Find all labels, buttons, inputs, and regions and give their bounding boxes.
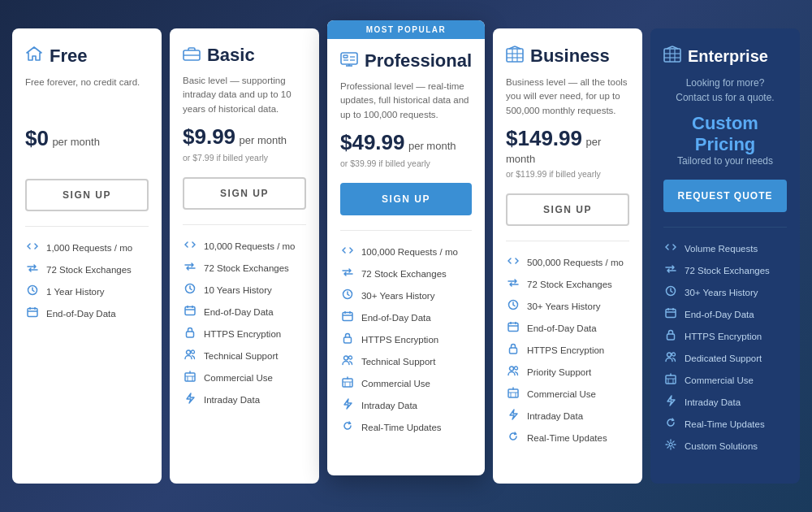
feature-text-4: HTTPS Encryption [685, 332, 762, 341]
signup-btn-free[interactable]: SIGN UP [25, 179, 149, 211]
plan-icon-free [25, 45, 43, 67]
price-billed-basic: or $7.99 if billed yearly [183, 153, 306, 166]
feature-text-7: Intraday Data [204, 395, 260, 405]
feature-item: Real-Time Updates [506, 427, 629, 449]
feature-text-3: End-of-Day Data [527, 323, 597, 333]
feature-item: Technical Support [183, 345, 306, 367]
feature-item: 30+ Years History [506, 295, 629, 317]
feature-item: 30+ Years History [663, 281, 787, 303]
feature-text-2: 1 Year History [46, 287, 105, 297]
svg-rect-31 [343, 379, 352, 387]
svg-point-29 [343, 356, 348, 360]
divider-enterprise [663, 227, 787, 228]
plan-desc-professional: Professional level — real-time updates, … [340, 80, 472, 122]
feature-icon-3 [663, 307, 678, 321]
feature-text-3: End-of-Day Data [204, 307, 274, 317]
price-per-professional: per month [408, 140, 456, 152]
feature-icon-3 [25, 306, 40, 320]
signup-btn-basic[interactable]: SIGN UP [183, 177, 306, 210]
feature-text-8: Real-Time Updates [527, 433, 607, 443]
feature-text-0: 100,000 Requests / mo [361, 247, 458, 257]
feature-text-0: 500,000 Requests / mo [527, 258, 624, 267]
price-main-basic: $9.99 [183, 124, 235, 149]
price-billed-free [25, 154, 149, 167]
feature-item: Intraday Data [183, 388, 306, 410]
feature-icon-0 [25, 241, 40, 254]
feature-icon-2 [183, 283, 197, 297]
svg-rect-56 [666, 310, 676, 318]
feature-item: End-of-Day Data [663, 303, 787, 325]
svg-rect-12 [186, 332, 193, 337]
plan-icon-enterprise [663, 45, 681, 67]
feature-list-free: 1,000 Requests / mo 72 Stock Exchanges 1… [25, 236, 149, 324]
feature-list-enterprise: Volume Requests 72 Stock Exchanges 30+ Y… [663, 237, 787, 457]
svg-rect-44 [510, 348, 517, 354]
feature-item: Intraday Data [340, 394, 472, 416]
feature-text-0: 1,000 Requests / mo [46, 243, 132, 253]
feature-icon-0 [663, 241, 678, 255]
feature-text-0: Volume Requests [685, 244, 758, 254]
request-quote-btn[interactable]: REQUEST QUOTE [663, 180, 787, 212]
feature-text-4: HTTPS Encryption [361, 335, 438, 345]
feature-item: End-of-Day Data [506, 317, 629, 339]
plan-price-business: $149.99 per month [506, 126, 629, 166]
feature-item: 10 Years History [183, 279, 306, 301]
custom-pricing: Custom Pricing Tailored to your needs [663, 113, 787, 167]
feature-item: End-of-Day Data [183, 301, 306, 323]
plan-header-business: Business [506, 45, 629, 67]
signup-btn-business[interactable]: SIGN UP [506, 193, 629, 226]
feature-item: HTTPS Encryption [506, 339, 629, 361]
feature-text-1: 72 Stock Exchanges [361, 269, 447, 279]
feature-icon-4 [183, 327, 197, 341]
feature-item: Commercial Use [506, 383, 629, 405]
price-main-professional: $49.99 [340, 130, 405, 154]
divider-professional [340, 230, 472, 231]
feature-text-5: Dedicated Support [685, 354, 762, 363]
feature-icon-8 [663, 417, 678, 431]
feature-item: Volume Requests [663, 237, 787, 259]
feature-text-6: Commercial Use [527, 389, 596, 399]
feature-icon-2 [506, 299, 520, 313]
feature-icon-0 [183, 239, 197, 253]
feature-icon-9 [663, 439, 678, 453]
feature-icon-2 [25, 284, 40, 298]
svg-rect-63 [666, 375, 676, 384]
plan-desc-business: Business level — all the tools you will … [506, 76, 629, 118]
plan-card-professional: MOST POPULAR Professional Professional l… [327, 20, 485, 475]
divider-free [25, 226, 149, 227]
feature-text-7: Intraday Data [527, 411, 583, 421]
feature-item: 100,000 Requests / mo [340, 241, 472, 263]
feature-text-7: Intraday Data [685, 397, 741, 407]
feature-icon-2 [340, 289, 355, 302]
plan-name-professional: Professional [365, 50, 472, 72]
feature-item: Intraday Data [663, 391, 787, 413]
feature-item: 72 Stock Exchanges [663, 259, 787, 281]
svg-rect-17 [343, 55, 348, 58]
feature-text-8: Real-Time Updates [361, 423, 442, 432]
feature-text-3: End-of-Day Data [361, 313, 431, 323]
popular-badge: MOST POPULAR [327, 20, 485, 39]
feature-item: HTTPS Encryption [183, 323, 306, 345]
svg-rect-40 [508, 323, 518, 332]
feature-text-5: Priority Support [527, 367, 591, 377]
svg-point-61 [667, 353, 672, 357]
feature-text-5: Technical Support [361, 357, 435, 367]
svg-rect-48 [664, 49, 680, 62]
plan-header-enterprise: Enterprise [663, 45, 787, 67]
feature-icon-5 [506, 365, 520, 379]
feature-icon-6 [506, 387, 520, 401]
svg-point-45 [510, 367, 514, 371]
feature-icon-7 [506, 409, 520, 423]
svg-rect-1 [28, 309, 37, 317]
feature-icon-0 [340, 245, 355, 258]
feature-item: End-of-Day Data [340, 306, 472, 328]
price-main-free: $0 [25, 126, 49, 150]
plan-name-basic: Basic [207, 45, 255, 66]
feature-icon-1 [183, 261, 197, 275]
feature-icon-7 [183, 393, 197, 406]
feature-icon-6 [663, 373, 678, 387]
feature-text-3: End-of-Day Data [46, 309, 116, 319]
signup-btn-professional[interactable]: SIGN UP [340, 183, 472, 215]
feature-icon-8 [340, 420, 355, 434]
feature-text-0: 10,000 Requests / mo [204, 241, 296, 251]
